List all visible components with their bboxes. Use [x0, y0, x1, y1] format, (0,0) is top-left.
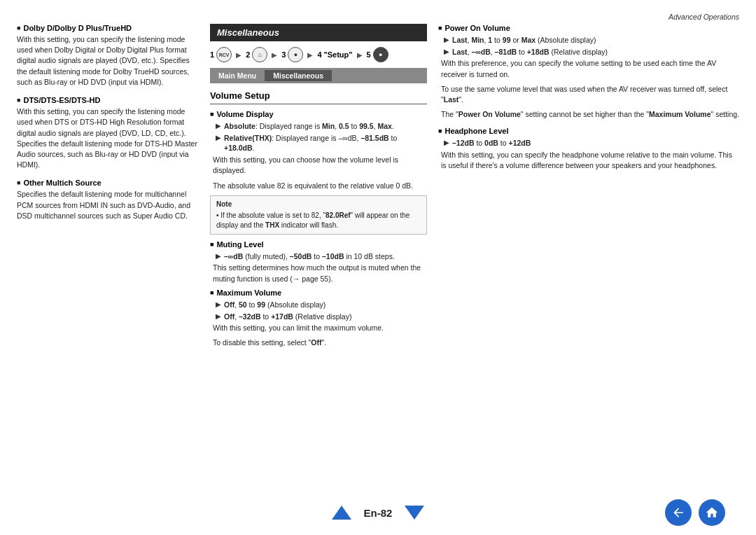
- right-column: Power On Volume ▶ Last, Min, 1 to 99 or …: [438, 24, 739, 499]
- arrow-4: ▶: [357, 51, 363, 59]
- footer: En-82: [17, 499, 739, 522]
- volume-display-section: Volume Display ▶ Absolute: Displayed ran…: [210, 110, 427, 235]
- pov-body1: With this preference, you can specify th…: [438, 58, 739, 79]
- multich-heading: Other Multich Source: [17, 179, 199, 187]
- home-icon: ⌂: [252, 47, 267, 62]
- absolute-text: Absolute: Displayed range is Min, 0.5 to…: [224, 121, 394, 132]
- bullet-arrow-pov2: ▶: [444, 48, 449, 55]
- dts-section: DTS/DTS-ES/DTS-HD With this setting, you…: [17, 96, 199, 170]
- prev-page-button[interactable]: [332, 506, 351, 520]
- back-icon: [671, 506, 685, 520]
- multich-body: Specifies the default listening mode for…: [17, 189, 199, 221]
- breadcrumb-miscellaneous: Miscellaneous: [265, 70, 332, 81]
- bullet-arrow-max1: ▶: [216, 300, 221, 308]
- maximum-volume-section: Maximum Volume ▶ Off, 50 to 99 (Absolute…: [210, 289, 427, 349]
- volume-display-body2: The absolute value 82 is equivalent to t…: [210, 181, 427, 191]
- max-vol-text-1: Off, 50 to 99 (Absolute display): [224, 300, 326, 310]
- muting-level-section: Muting Level ▶ –∞dB (fully muted), –50dB…: [210, 240, 427, 284]
- volume-setup-title: Volume Setup: [210, 90, 427, 104]
- step-5: 5 ●: [367, 47, 388, 62]
- muting-text: –∞dB (fully muted), –50dB to –10dB in 10…: [224, 251, 395, 262]
- absolute-bullet: ▶ Absolute: Displayed range is Min, 0.5 …: [210, 121, 427, 132]
- pov-body3: The "Power On Volume" setting cannot be …: [438, 109, 739, 120]
- note-title: Note: [216, 200, 421, 209]
- headphone-text: –12dB to 0dB to +12dB: [452, 138, 531, 148]
- arrow-1: ▶: [236, 51, 241, 59]
- dolby-body: With this setting, you can specify the l…: [17, 34, 199, 88]
- next-page-button[interactable]: [405, 506, 424, 520]
- muting-bullet: ▶ –∞dB (fully muted), –50dB to –10dB in …: [210, 251, 427, 262]
- power-on-volume-section: Power On Volume ▶ Last, Min, 1 to 99 or …: [438, 24, 739, 120]
- headphone-level-section: Headphone Level ▶ –12dB to 0dB to +12dB …: [438, 127, 739, 171]
- home-button[interactable]: [699, 499, 725, 526]
- power-vol-bullet-2: ▶ Last, –∞dB, –81dB to +18dB (Relative d…: [438, 47, 739, 57]
- max-vol-bullet-2: ▶ Off, –32dB to +17dB (Relative display): [210, 312, 427, 322]
- arrow-2: ▶: [272, 51, 277, 59]
- bullet-arrow-muting: ▶: [216, 252, 221, 260]
- power-vol-text-1: Last, Min, 1 to 99 or Max (Absolute disp…: [452, 35, 596, 46]
- steps-row: 1 RCV ▶ 2 ⌂ ▶ 3 ● ▶ 4 "Setup" ▶: [210, 47, 427, 62]
- max-vol-body2: To disable this setting, select "Off".: [210, 338, 427, 348]
- note-text: • If the absolute value is set to 82, "8…: [216, 211, 410, 229]
- max-vol-bullet-1: ▶ Off, 50 to 99 (Absolute display): [210, 300, 427, 310]
- relative-bullet: ▶ Relative(THX): Displayed range is –∞dB…: [210, 133, 427, 153]
- footer-icons: [665, 499, 725, 526]
- dts-heading: DTS/DTS-ES/DTS-HD: [17, 96, 199, 104]
- headphone-level-heading: Headphone Level: [438, 127, 739, 135]
- headphone-body: With this setting, you can specify the h…: [438, 150, 739, 171]
- receiver-icon: RCV: [216, 47, 232, 62]
- home-icon: [705, 506, 719, 520]
- muting-body: This setting determines how much the out…: [210, 263, 427, 284]
- step-num-1: 1: [210, 50, 214, 59]
- bullet-arrow-absolute: ▶: [216, 122, 221, 130]
- footer-nav: En-82: [332, 506, 425, 520]
- muting-level-heading: Muting Level: [210, 240, 427, 249]
- step-4: 4 "Setup": [317, 50, 352, 59]
- back-button[interactable]: [665, 499, 692, 526]
- headphone-bullet: ▶ –12dB to 0dB to +12dB: [438, 138, 739, 148]
- bullet-arrow-max2: ▶: [216, 312, 221, 320]
- misc-header: Miscellaneous: [210, 24, 427, 41]
- maximum-volume-heading: Maximum Volume: [210, 289, 427, 297]
- volume-display-body1: With this setting, you can choose how th…: [210, 155, 427, 176]
- step-2: 2 ⌂: [246, 47, 267, 62]
- pov-body2: To use the same volume level that was us…: [438, 84, 739, 105]
- note-box: Note • If the absolute value is set to 8…: [210, 195, 427, 235]
- power-vol-bullet-1: ▶ Last, Min, 1 to 99 or Max (Absolute di…: [438, 35, 739, 46]
- step-num-5: 5: [367, 50, 371, 59]
- max-vol-text-2: Off, –32dB to +17dB (Relative display): [224, 312, 351, 322]
- breadcrumb-bar: Main Menu Miscellaneous: [210, 68, 427, 83]
- power-vol-text-2: Last, –∞dB, –81dB to +18dB (Relative dis…: [452, 47, 608, 57]
- main-content: Dolby D/Dolby D Plus/TrueHD With this se…: [17, 24, 739, 499]
- step-num-2: 2: [246, 50, 250, 59]
- max-vol-body1: With this setting, you can limit the max…: [210, 323, 427, 333]
- step-3: 3 ●: [281, 47, 303, 62]
- circle-icon-5: ●: [373, 47, 388, 62]
- breadcrumb-main-menu: Main Menu: [210, 70, 265, 81]
- page: Advanced Operations Dolby D/Dolby D Plus…: [0, 0, 756, 535]
- volume-display-heading: Volume Display: [210, 110, 427, 118]
- dolby-heading: Dolby D/Dolby D Plus/TrueHD: [17, 24, 199, 32]
- footer-page-label: En-82: [364, 507, 393, 519]
- advanced-operations-label: Advanced Operations: [17, 13, 739, 21]
- bullet-arrow-pov1: ▶: [444, 36, 449, 43]
- middle-column: Miscellaneous 1 RCV ▶ 2 ⌂ ▶ 3 ● ▶: [210, 24, 427, 499]
- power-on-volume-heading: Power On Volume: [438, 24, 739, 32]
- multich-section: Other Multich Source Specifies the defau…: [17, 179, 199, 221]
- dts-body: With this setting, you can specify the l…: [17, 106, 199, 170]
- setup-label: "Setup": [324, 50, 353, 59]
- step-num-4: 4: [317, 50, 321, 59]
- arrow-3: ▶: [307, 51, 313, 59]
- bullet-arrow-hp: ▶: [444, 139, 449, 146]
- left-column: Dolby D/Dolby D Plus/TrueHD With this se…: [17, 24, 199, 499]
- step-num-3: 3: [281, 50, 286, 59]
- circle-icon-3: ●: [288, 47, 303, 62]
- dolby-section: Dolby D/Dolby D Plus/TrueHD With this se…: [17, 24, 199, 88]
- bullet-arrow-relative: ▶: [216, 134, 221, 141]
- step-1: 1 RCV: [210, 47, 232, 62]
- relative-text: Relative(THX): Displayed range is –∞dB, …: [224, 133, 427, 153]
